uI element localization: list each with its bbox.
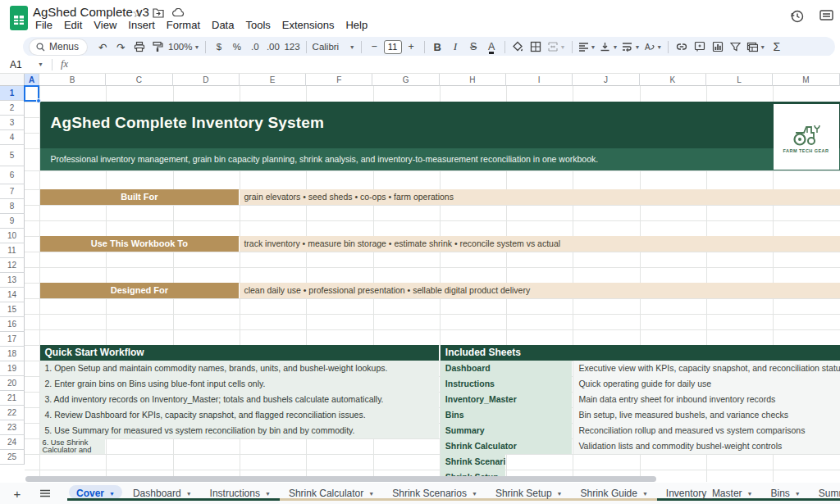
tab-menu-caret-icon[interactable]: ▼ <box>265 491 271 497</box>
all-sheets-icon <box>39 489 51 497</box>
sheet-tab-cover[interactable]: Cover▼ <box>67 483 124 504</box>
info-label-0[interactable]: Built For <box>40 189 240 205</box>
info-value-1[interactable]: track inventory • measure bin storage • … <box>240 236 840 252</box>
sheet-tab-shrink-calculator[interactable]: Shrink Calculator▼ <box>280 483 383 504</box>
included-sheet-desc-2[interactable]: Main data entry sheet for inbound invent… <box>573 392 840 407</box>
included-sheet-desc-1[interactable]: Quick operating guide for daily use <box>573 376 840 392</box>
brand-logo-caption: FARM TECH GEAR <box>783 148 829 153</box>
tab-menu-caret-icon[interactable]: ▼ <box>795 491 801 497</box>
sheet-tab-summary[interactable]: Summary▼ <box>810 483 840 504</box>
tab-menu-caret-icon[interactable]: ▼ <box>747 491 753 497</box>
info-value-0[interactable]: grain elevators • seed sheds • co-ops • … <box>240 189 840 205</box>
workflow-step-3[interactable]: 3. Add inventory records on Inventory_Ma… <box>40 392 439 407</box>
brand-logo-card: FARM TECH GEAR <box>774 104 839 170</box>
workflow-step-1[interactable]: 1. Open Setup and maintain commodity nam… <box>40 361 439 376</box>
sheet-tab-shrink-guide[interactable]: Shrink Guide▼ <box>572 483 657 504</box>
info-label-1[interactable]: Use This Workbook To <box>40 236 240 252</box>
included-sheet-name-6[interactable]: Shrink Scenarios <box>441 454 505 470</box>
sheet-tab-instructions[interactable]: Instructions▼ <box>201 483 280 504</box>
info-label-2[interactable]: Designed For <box>40 283 240 298</box>
sheet-tab-bins[interactable]: Bins▼ <box>762 483 810 504</box>
workflow-step-2[interactable]: 2. Enter grain bins on Bins using blue-f… <box>40 376 439 392</box>
included-sheet-desc-0[interactable]: Executive view with KPIs, capacity snaps… <box>573 361 840 376</box>
included-sheets-header[interactable]: Included Sheets <box>441 345 840 361</box>
all-sheets-button[interactable] <box>34 484 56 502</box>
workflow-step-5[interactable]: 5. Use Summary for measured vs system re… <box>40 423 439 438</box>
fill-handle[interactable] <box>36 98 41 103</box>
add-sheet-button[interactable]: + <box>7 484 28 502</box>
cover-title: AgShed Complete Inventory System <box>40 102 840 132</box>
workflow-table-header[interactable]: Quick Start Workflow <box>40 345 439 361</box>
tab-menu-caret-icon[interactable]: ▼ <box>557 491 563 497</box>
info-value-2[interactable]: clean daily use • professional presentat… <box>240 283 840 298</box>
tab-menu-caret-icon[interactable]: ▼ <box>109 491 115 497</box>
sheet-tab-shrink-setup[interactable]: Shrink Setup▼ <box>486 483 572 504</box>
tab-menu-caret-icon[interactable]: ▼ <box>642 491 648 497</box>
tab-menu-caret-icon[interactable]: ▼ <box>472 491 477 497</box>
cover-subtitle-band[interactable]: Professional inventory management, grain… <box>40 148 840 170</box>
included-sheet-name-2[interactable]: Inventory_Master <box>441 392 572 407</box>
google-sheets-app: AgShed Complete v3 ☆ FileEditViewInsertF… <box>0 0 840 504</box>
included-sheet-desc-5[interactable]: Validation lists and commodity bushel-we… <box>573 438 840 454</box>
included-sheet-name-1[interactable]: Instructions <box>441 376 572 392</box>
sheet-tab-dashboard[interactable]: Dashboard▼ <box>124 483 201 504</box>
sheet-tab-shrink-scenarios[interactable]: Shrink Scenarios▼ <box>383 483 486 504</box>
workflow-step-6[interactable]: 6. Use Shrink Calculator and <box>40 438 106 454</box>
tab-menu-caret-icon[interactable]: ▼ <box>368 491 374 497</box>
sheet-tab-inventory-master[interactable]: Inventory_Master▼ <box>657 483 762 504</box>
tab-menu-caret-icon[interactable]: ▼ <box>186 491 192 497</box>
included-sheet-desc-4[interactable]: Reconciliation rollup and measured vs sy… <box>573 423 840 438</box>
workflow-step-4[interactable]: 4. Review Dashboard for KPIs, capacity s… <box>40 407 439 423</box>
sheet-tab-bar: + Cover▼Dashboard▼Instructions▼Shrink Ca… <box>0 483 840 504</box>
horizontal-scrollbar[interactable] <box>25 476 656 482</box>
included-sheet-name-0[interactable]: Dashboard <box>441 361 572 376</box>
cover-banner[interactable]: AgShed Complete Inventory System <box>40 102 840 148</box>
included-sheet-name-4[interactable]: Summary <box>441 423 572 438</box>
included-sheet-desc-3[interactable]: Bin setup, live measured bushels, and va… <box>573 407 840 423</box>
included-sheet-name-5[interactable]: Shrink Calculator <box>441 438 572 454</box>
tractor-logo-icon <box>790 121 823 146</box>
included-sheet-name-3[interactable]: Bins <box>441 407 572 423</box>
